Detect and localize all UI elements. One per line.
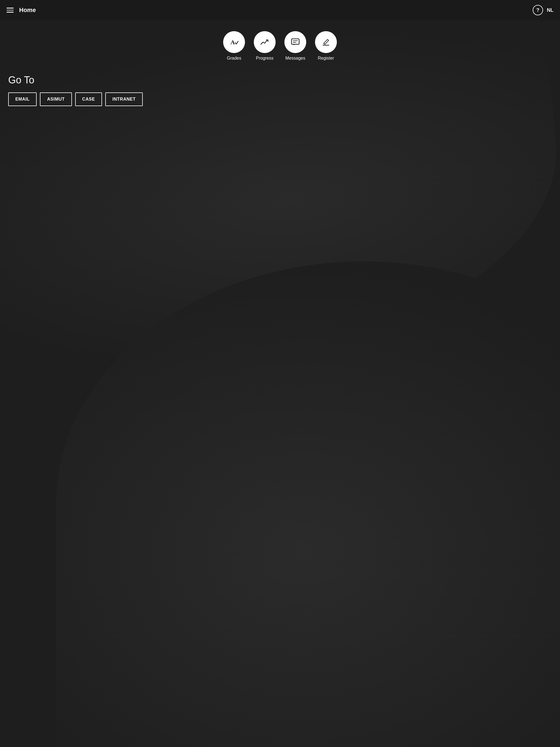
app-header: Home ? NL: [0, 0, 560, 20]
svg-text:A: A: [230, 39, 235, 46]
progress-action[interactable]: Progress: [254, 31, 276, 61]
svg-rect-1: [291, 39, 299, 44]
grades-action[interactable]: A Grades: [223, 31, 245, 61]
help-button[interactable]: ?: [533, 5, 543, 15]
quick-actions-row: A Grades Progress: [8, 31, 552, 61]
register-action[interactable]: Register: [315, 31, 337, 61]
progress-circle: [254, 31, 276, 53]
goto-buttons-row: EMAIL ASIMUT CASE INTRANET: [8, 93, 552, 106]
menu-button[interactable]: [6, 8, 14, 12]
header-right: ? NL: [533, 5, 554, 15]
goto-section: Go To EMAIL ASIMUT CASE INTRANET: [8, 74, 552, 106]
messages-label: Messages: [285, 56, 305, 61]
main-content: A Grades Progress: [0, 20, 560, 114]
goto-title: Go To: [8, 74, 552, 86]
messages-circle: [284, 31, 306, 53]
register-circle: [315, 31, 337, 53]
progress-label: Progress: [256, 56, 274, 61]
header-left: Home: [6, 6, 36, 14]
messages-action[interactable]: Messages: [284, 31, 306, 61]
register-icon: [321, 37, 331, 47]
grades-label: Grades: [227, 56, 241, 61]
svg-rect-4: [323, 45, 329, 46]
language-selector[interactable]: NL: [547, 7, 554, 13]
case-button[interactable]: CASE: [75, 93, 102, 106]
grades-icon: A: [229, 37, 239, 47]
progress-icon: [260, 37, 270, 47]
email-button[interactable]: EMAIL: [8, 93, 36, 106]
intranet-button[interactable]: INTRANET: [105, 93, 143, 106]
messages-icon: [290, 37, 300, 47]
asimut-button[interactable]: ASIMUT: [40, 93, 72, 106]
grades-circle: A: [223, 31, 245, 53]
page-title: Home: [19, 6, 36, 14]
register-label: Register: [318, 56, 334, 61]
